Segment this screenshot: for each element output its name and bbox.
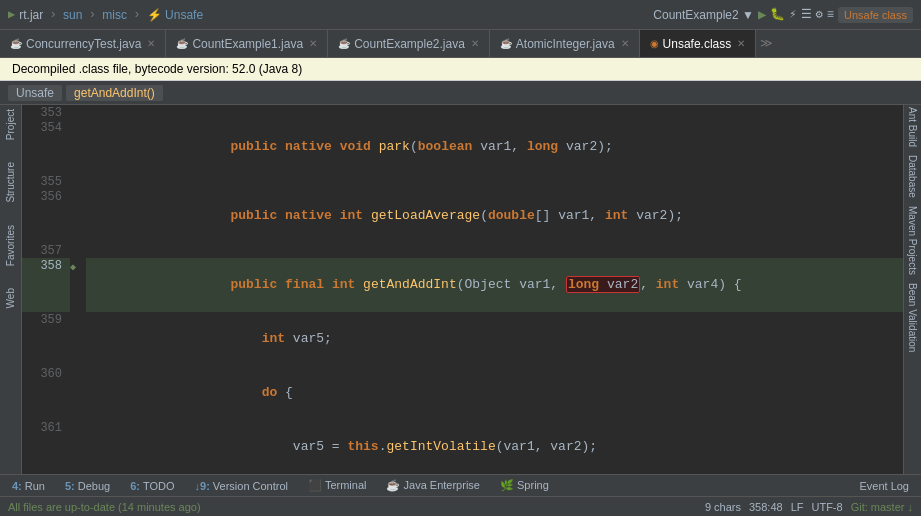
top-bar: ▶ rt.jar › sun › misc › ⚡ Unsafe CountEx… bbox=[0, 0, 921, 30]
breadcrumb-bar: Unsafe getAndAddInt() bbox=[0, 81, 921, 105]
run-tab[interactable]: 4: Run bbox=[8, 478, 49, 494]
tab-close[interactable]: ✕ bbox=[147, 38, 155, 49]
tab-close[interactable]: ✕ bbox=[621, 38, 629, 49]
table-row: 356 public native int getLoadAverage(dou… bbox=[22, 189, 903, 243]
line-number: 361 bbox=[22, 420, 70, 474]
tab-concurrencytest[interactable]: ☕ ConcurrencyTest.java ✕ bbox=[0, 30, 166, 57]
tab-label: Debug bbox=[78, 480, 110, 492]
tabs-overflow[interactable]: ≫ bbox=[756, 30, 777, 57]
tab-num: 6: bbox=[130, 480, 140, 492]
breadcrumb-class[interactable]: Unsafe bbox=[8, 85, 62, 101]
line-number: 357 bbox=[22, 243, 70, 258]
java-icon: ☕ bbox=[338, 38, 350, 49]
chars-count: 9 chars bbox=[705, 501, 741, 513]
more-button[interactable]: ≡ bbox=[827, 8, 834, 22]
favorites-tab[interactable]: Favorites bbox=[5, 225, 16, 266]
todo-tab[interactable]: 6: TODO bbox=[126, 478, 178, 494]
structure-tab[interactable]: Structure bbox=[5, 162, 16, 203]
status-message: All files are up-to-date (14 minutes ago… bbox=[8, 501, 201, 513]
run-button[interactable]: ▶ bbox=[758, 6, 766, 23]
gutter bbox=[70, 312, 86, 366]
gutter bbox=[70, 174, 86, 189]
version-control-tab[interactable]: ↓9: Version Control bbox=[191, 478, 293, 494]
line-number: 355 bbox=[22, 174, 70, 189]
bean-validation-tab[interactable]: Bean Validation bbox=[907, 283, 918, 352]
tab-num: 5: bbox=[65, 480, 75, 492]
notification-text: Decompiled .class file, bytecode version… bbox=[12, 62, 302, 76]
line-number: 359 bbox=[22, 312, 70, 366]
line-number: 354 bbox=[22, 120, 70, 174]
tab-close[interactable]: ✕ bbox=[309, 38, 317, 49]
left-sidebar: Project Structure Favorites Web bbox=[0, 105, 22, 474]
class-icon: ◉ bbox=[650, 38, 659, 49]
web-tab[interactable]: Web bbox=[5, 288, 16, 308]
java-enterprise-tab[interactable]: ☕ Java Enterprise bbox=[382, 477, 483, 494]
tab-close[interactable]: ✕ bbox=[471, 38, 479, 49]
code-area[interactable]: 353 354 public native void park(boolean … bbox=[22, 105, 903, 474]
debug-tab[interactable]: 5: Debug bbox=[61, 478, 114, 494]
tab-num: 4: bbox=[12, 480, 22, 492]
settings-button[interactable]: ⚙ bbox=[816, 7, 823, 22]
line-separator: LF bbox=[791, 501, 804, 513]
tab-atomicinteger[interactable]: ☕ AtomicInteger.java ✕ bbox=[490, 30, 640, 57]
gutter bbox=[70, 105, 86, 120]
tab-label: Event Log bbox=[859, 480, 909, 492]
terminal-tab[interactable]: ⬛ Terminal bbox=[304, 477, 370, 494]
line-number: 353 bbox=[22, 105, 70, 120]
tab-countexample2[interactable]: ☕ CountExample2.java ✕ bbox=[328, 30, 490, 57]
code-line: int var5; bbox=[86, 312, 903, 366]
breakpoint-icon[interactable]: ◆ bbox=[70, 262, 76, 273]
highlighted-param: long var2 bbox=[566, 276, 640, 293]
coverage-button[interactable]: ☰ bbox=[801, 7, 812, 22]
code-line bbox=[86, 105, 903, 120]
tab-label: CountExample2.java bbox=[354, 37, 465, 51]
java-icon: ☕ bbox=[10, 38, 22, 49]
gutter bbox=[70, 120, 86, 174]
run-icon: ▶ bbox=[8, 7, 15, 22]
tab-label: Run bbox=[25, 480, 45, 492]
database-tab[interactable]: Database bbox=[907, 155, 918, 198]
main-area: Project Structure Favorites Web 353 bbox=[0, 105, 921, 474]
top-bar-misc: misc bbox=[102, 8, 127, 22]
tabs-row: ☕ ConcurrencyTest.java ✕ ☕ CountExample1… bbox=[0, 30, 921, 58]
tab-close[interactable]: ✕ bbox=[737, 38, 745, 49]
status-line: All files are up-to-date (14 minutes ago… bbox=[0, 496, 921, 516]
tab-label: AtomicInteger.java bbox=[516, 37, 615, 51]
table-row: 355 bbox=[22, 174, 903, 189]
tab-label: ☕ Java Enterprise bbox=[386, 479, 479, 492]
breadcrumb-method[interactable]: getAndAddInt() bbox=[66, 85, 163, 101]
top-bar-rtjar: rt.jar bbox=[19, 8, 43, 22]
debug-button[interactable]: 🐛 bbox=[770, 7, 785, 22]
ant-build-tab[interactable]: Ant Build bbox=[907, 107, 918, 147]
table-row: 361 var5 = this.getIntVolatile(var1, var… bbox=[22, 420, 903, 474]
tab-unsafe-class[interactable]: ◉ Unsafe.class ✕ bbox=[640, 30, 757, 57]
tab-label: TODO bbox=[143, 480, 175, 492]
gutter bbox=[70, 243, 86, 258]
encoding: UTF-8 bbox=[811, 501, 842, 513]
code-line: public final int getAndAddInt(Object var… bbox=[86, 258, 903, 312]
top-bar-unsafe: ⚡ Unsafe bbox=[147, 8, 203, 22]
tab-label: 🌿 Spring bbox=[500, 479, 549, 492]
code-line bbox=[86, 174, 903, 189]
tab-countexample1[interactable]: ☕ CountExample1.java ✕ bbox=[166, 30, 328, 57]
project-tab[interactable]: Project bbox=[5, 109, 16, 140]
tab-label: ⬛ Terminal bbox=[308, 479, 366, 492]
spring-tab[interactable]: 🌿 Spring bbox=[496, 477, 553, 494]
table-row: 353 bbox=[22, 105, 903, 120]
cursor-position: 358:48 bbox=[749, 501, 783, 513]
event-log-tab[interactable]: Event Log bbox=[855, 478, 913, 494]
table-row: 360 do { bbox=[22, 366, 903, 420]
profile-button[interactable]: ⚡ bbox=[789, 7, 796, 22]
unsafe-class-badge: Unsafe class bbox=[838, 7, 913, 23]
maven-projects-tab[interactable]: Maven Projects bbox=[907, 206, 918, 275]
java-icon: ☕ bbox=[500, 38, 512, 49]
table-row: 357 bbox=[22, 243, 903, 258]
gutter bbox=[70, 366, 86, 420]
table-row: 359 int var5; bbox=[22, 312, 903, 366]
run-config-label: CountExample2 ▼ bbox=[653, 8, 754, 22]
bottom-bar: 4: Run 5: Debug 6: TODO ↓9: Version Cont… bbox=[0, 474, 921, 496]
code-scroll[interactable]: 353 354 public native void park(boolean … bbox=[22, 105, 903, 474]
git-branch[interactable]: Git: master ↓ bbox=[851, 501, 913, 513]
code-line: var5 = this.getIntVolatile(var1, var2); bbox=[86, 420, 903, 474]
java-icon: ☕ bbox=[176, 38, 188, 49]
